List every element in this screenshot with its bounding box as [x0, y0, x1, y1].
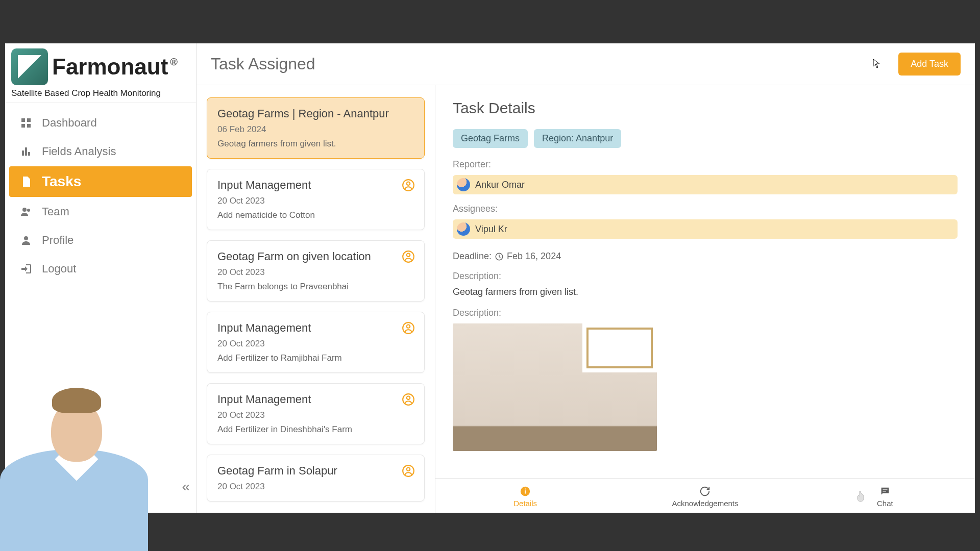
reporter-name: Ankur Omar: [475, 180, 525, 190]
app-frame: Farmonaut® Satellite Based Crop Health M…: [5, 43, 975, 513]
reporter-label: Reporter:: [453, 159, 958, 170]
svg-point-7: [22, 208, 27, 212]
avatar-icon: [457, 178, 470, 191]
task-card-desc: Geotag farmers from given list.: [217, 139, 414, 149]
profile-icon: [19, 234, 33, 247]
tab-chat-label: Chat: [877, 499, 893, 508]
tag-chips: Geotag FarmsRegion: Anantpur: [453, 129, 958, 148]
add-task-button[interactable]: Add Task: [898, 53, 961, 76]
task-card-desc: The Farm belongs to Praveenbhai: [217, 282, 414, 292]
nav-logout[interactable]: Logout: [9, 255, 192, 283]
nav-team[interactable]: Team: [9, 198, 192, 226]
tab-ack-label: Acknowledgements: [672, 499, 738, 508]
sidebar: Farmonaut® Satellite Based Crop Health M…: [5, 43, 197, 513]
nav-profile[interactable]: Profile: [9, 227, 192, 254]
task-card-date: 20 Oct 2023: [217, 482, 414, 492]
task-card[interactable]: Input Management20 Oct 2023Add Fertilize…: [207, 312, 425, 373]
tab-details[interactable]: Details: [435, 479, 615, 513]
reporter-chip[interactable]: Ankur Omar: [453, 175, 958, 194]
task-card[interactable]: Input Management20 Oct 2023Add nematicid…: [207, 169, 425, 230]
avatar-icon: [457, 222, 470, 236]
svg-point-17: [407, 396, 410, 400]
task-card[interactable]: Input Management20 Oct 2023Add Fertilize…: [207, 383, 425, 444]
info-icon: [520, 486, 531, 497]
tag-chip[interactable]: Geotag Farms: [453, 129, 528, 148]
deadline-label: Deadline:: [453, 251, 492, 262]
task-card-title: Geotag Farm in Solapur: [217, 464, 414, 478]
task-card[interactable]: Geotag Farm in Solapur20 Oct 2023: [207, 455, 425, 502]
details-heading: Task Details: [453, 99, 958, 117]
task-card-desc: Add Fertilizer in Dineshbhai's Farm: [217, 424, 414, 435]
page-title: Task Assigned: [211, 55, 315, 73]
sidebar-collapse-button[interactable]: «: [182, 479, 190, 495]
nav-profile-label: Profile: [42, 234, 74, 247]
svg-point-13: [407, 254, 410, 257]
nav-fields-label: Fields Analysis: [42, 145, 116, 158]
refresh-icon: [699, 486, 710, 497]
person-circle-icon: [402, 393, 415, 406]
brand-name: Farmonaut®: [52, 54, 176, 80]
logo-icon: [11, 48, 48, 85]
body: Geotag Farms | Region - Anantpur06 Feb 2…: [197, 85, 975, 513]
svg-rect-4: [22, 151, 24, 156]
task-card[interactable]: Geotag Farm on given location20 Oct 2023…: [207, 240, 425, 302]
page-header: Task Assigned Add Task: [197, 43, 975, 85]
nav-fields-analysis[interactable]: Fields Analysis: [9, 138, 192, 165]
svg-rect-3: [27, 124, 31, 128]
nav-team-label: Team: [42, 205, 69, 218]
logo-block: Farmonaut® Satellite Based Crop Health M…: [5, 43, 196, 103]
nav-dashboard-label: Dashboard: [42, 116, 97, 130]
brand-tagline: Satellite Based Crop Health Monitoring: [11, 88, 190, 98]
svg-rect-6: [28, 152, 30, 156]
task-card-title: Input Management: [217, 179, 414, 192]
task-card[interactable]: Geotag Farms | Region - Anantpur06 Feb 2…: [207, 97, 425, 159]
person-circle-icon: [402, 321, 415, 335]
attachment-image[interactable]: [453, 323, 657, 451]
nav-tasks-label: Tasks: [42, 173, 81, 190]
svg-rect-25: [883, 491, 886, 491]
logout-icon: [19, 262, 33, 276]
task-card-desc: Add nematicide to Cotton: [217, 210, 414, 220]
brand-name-text: Farmonaut: [52, 54, 168, 79]
registered-mark: ®: [170, 56, 178, 67]
person-circle-icon: [402, 179, 415, 192]
description-text: Geotag farmers from given list.: [453, 287, 958, 297]
svg-rect-2: [21, 124, 25, 128]
task-card-date: 20 Oct 2023: [217, 267, 414, 278]
person-circle-icon: [402, 250, 415, 263]
svg-rect-23: [525, 489, 526, 490]
tab-chat[interactable]: Chat: [795, 479, 975, 513]
task-list[interactable]: Geotag Farms | Region - Anantpur06 Feb 2…: [197, 85, 435, 513]
nav-tasks[interactable]: Tasks: [9, 166, 192, 197]
clock-icon: [495, 252, 504, 261]
attachment-label: Description:: [453, 308, 958, 318]
window-bottom-bar: [0, 513, 980, 551]
svg-rect-22: [525, 490, 526, 493]
content: Task Assigned Add Task Geotag Farms | Re…: [197, 43, 975, 513]
person-circle-icon: [402, 464, 415, 478]
svg-rect-5: [25, 147, 27, 156]
chat-icon: [879, 486, 891, 497]
task-card-desc: Add Fertilizer to Ramjibhai Farm: [217, 353, 414, 363]
team-icon: [19, 205, 33, 218]
task-card-date: 20 Oct 2023: [217, 339, 414, 349]
svg-point-15: [407, 325, 410, 329]
assignee-name: Vipul Kr: [475, 224, 507, 235]
task-card-title: Geotag Farm on given location: [217, 250, 414, 263]
tag-chip[interactable]: Region: Anantpur: [534, 129, 621, 148]
dashboard-icon: [19, 116, 33, 130]
nav-dashboard[interactable]: Dashboard: [9, 109, 192, 137]
task-card-date: 06 Feb 2024: [217, 124, 414, 135]
task-card-title: Input Management: [217, 393, 414, 406]
task-card-title: Input Management: [217, 321, 414, 335]
svg-point-11: [407, 182, 410, 186]
assignee-chip[interactable]: Vipul Kr: [453, 219, 958, 239]
task-card-date: 20 Oct 2023: [217, 410, 414, 420]
cursor-icon: [873, 59, 880, 69]
document-icon: [19, 175, 33, 188]
task-card-title: Geotag Farms | Region - Anantpur: [217, 107, 414, 120]
window-top-bar: [0, 0, 980, 43]
tab-acknowledgements[interactable]: Acknowledgements: [615, 479, 795, 513]
svg-point-8: [27, 209, 30, 212]
svg-rect-24: [883, 489, 887, 490]
